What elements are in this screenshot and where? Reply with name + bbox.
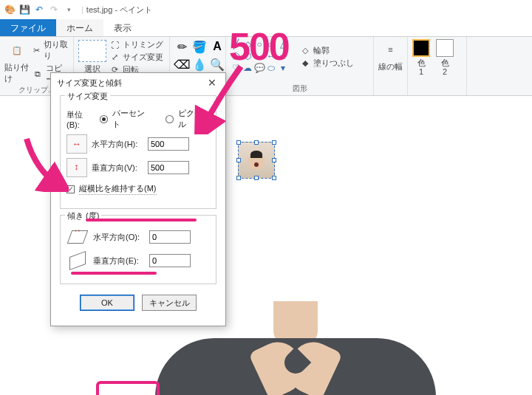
paste-label: 貼り付け xyxy=(4,62,30,84)
color1-button[interactable]: 色 1 xyxy=(412,39,430,76)
paste-button[interactable]: 📋 貼り付け xyxy=(4,40,30,84)
color2-button[interactable]: 色 2 xyxy=(436,39,454,76)
vertical-icon: ↔ xyxy=(66,158,87,177)
select-button[interactable]: 選択 xyxy=(78,40,106,75)
ok-button[interactable]: OK xyxy=(80,295,134,311)
selected-image[interactable] xyxy=(238,142,275,179)
horizontal-icon: ↔ xyxy=(66,134,87,154)
annotation-arrow-1 xyxy=(189,61,248,134)
tab-home[interactable]: ホーム xyxy=(56,19,103,36)
resize-icon: ⤢ xyxy=(109,52,120,63)
outline-button[interactable]: ◇輪郭 xyxy=(300,45,354,56)
percent-label[interactable]: パーセント xyxy=(112,108,152,130)
title-divider: | xyxy=(81,5,83,14)
dialog-title-text: サイズ変更と傾斜 xyxy=(57,78,122,89)
cut-icon: ✂ xyxy=(33,45,41,55)
annotation-arrow-2 xyxy=(21,133,69,192)
cut-button[interactable]: ✂切り取り xyxy=(33,39,69,61)
quick-access-toolbar: 🎨 💾 ↶ ↷ ▾ xyxy=(0,3,78,16)
horizontal-input[interactable] xyxy=(148,137,189,151)
stroke-width-button[interactable]: ≡ 線の幅 xyxy=(378,39,403,72)
skew-h-input[interactable] xyxy=(149,230,191,244)
select-icon xyxy=(78,40,106,62)
pencil-tool[interactable]: ✏ xyxy=(174,39,189,54)
ribbon-group-colors: 色 1 色 2 xyxy=(408,37,467,95)
ribbon-group-stroke: ≡ 線の幅 xyxy=(374,37,408,95)
document-title: test.jpg - ペイント xyxy=(86,4,152,16)
skew-h-icon: ↔ xyxy=(66,227,89,247)
cancel-button[interactable]: キャンセル xyxy=(142,295,197,311)
crop-button[interactable]: ⛶トリミング xyxy=(109,39,163,50)
paste-icon: 📋 xyxy=(7,40,27,61)
crop-icon: ⛶ xyxy=(109,40,120,50)
radio-percent[interactable] xyxy=(100,115,108,123)
face-graphic xyxy=(248,151,265,170)
vertical-input[interactable] xyxy=(148,161,189,174)
skew-v-icon xyxy=(66,251,89,270)
app-icon: 🎨 xyxy=(3,3,16,16)
annotation-underline-2 xyxy=(71,272,157,275)
annotation-ok-highlight xyxy=(96,381,160,395)
tab-view[interactable]: 表示 xyxy=(103,19,142,36)
copy-icon: ⧉ xyxy=(33,69,42,79)
redo-icon[interactable]: ↷ xyxy=(47,3,61,16)
unit-label: 単位(B): xyxy=(66,109,95,129)
qat-dropdown-icon[interactable]: ▾ xyxy=(62,3,75,16)
fill-button[interactable]: ◆塗りつぶし xyxy=(300,58,354,69)
color2-swatch xyxy=(436,39,454,57)
skew-v-input[interactable] xyxy=(149,254,191,267)
fill-tool[interactable]: 🪣 xyxy=(192,39,207,54)
title-bar: 🎨 💾 ↶ ↷ ▾ | test.jpg - ペイント xyxy=(0,0,532,19)
skew-h-label: 水平方向(O): xyxy=(93,232,145,243)
fill-icon: ◆ xyxy=(300,58,310,69)
annotation-underline-1 xyxy=(86,219,197,221)
h-label: 水平方向(H): xyxy=(92,139,143,150)
outline-icon: ◇ xyxy=(300,46,310,56)
shapes-group-label: 図形 xyxy=(231,83,369,94)
color1-swatch xyxy=(412,39,430,57)
tab-file[interactable]: ファイル xyxy=(0,19,56,36)
v-label: 垂直方向(V): xyxy=(92,162,143,174)
undo-icon[interactable]: ↶ xyxy=(33,3,46,16)
resize-button[interactable]: ⤢サイズ変更 xyxy=(109,52,163,63)
text-tool[interactable]: A xyxy=(210,39,225,54)
skew-v-label: 垂直方向(E): xyxy=(93,255,145,267)
aspect-label[interactable]: 縦横比を維持する(M) xyxy=(79,183,157,195)
stroke-icon: ≡ xyxy=(381,39,401,60)
eraser-tool[interactable]: ⌫ xyxy=(174,57,189,72)
radio-pixel[interactable] xyxy=(166,115,174,123)
resize-legend: サイズ変更 xyxy=(65,91,110,102)
save-icon[interactable]: 💾 xyxy=(18,3,31,16)
